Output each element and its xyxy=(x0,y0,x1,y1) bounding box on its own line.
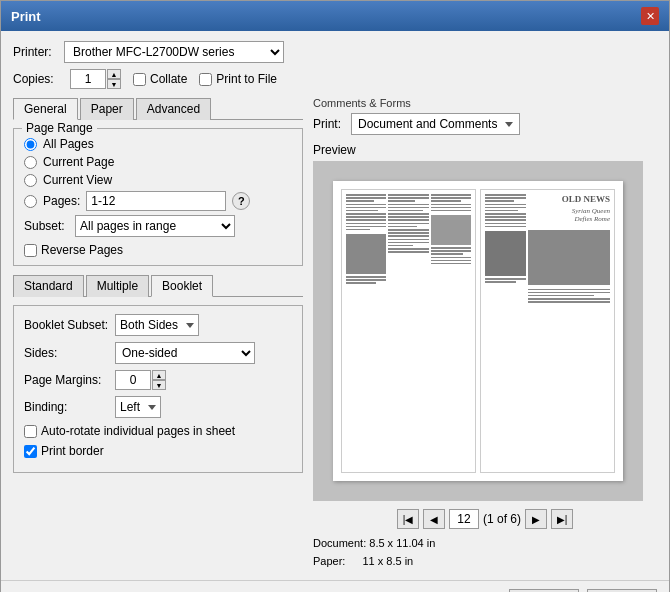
preview-img-3 xyxy=(485,231,526,276)
nav-row: |◀ ◀ 12 (1 of 6) ▶ ▶| xyxy=(313,509,657,529)
nav-first-button[interactable]: |◀ xyxy=(397,509,419,529)
reverse-pages-label: Reverse Pages xyxy=(41,243,123,257)
printer-label: Printer: xyxy=(13,45,58,59)
margins-up-button[interactable]: ▲ xyxy=(152,370,166,380)
print-to-file-label[interactable]: Print to File xyxy=(199,72,277,86)
booklet-binding-dropdown[interactable]: Left xyxy=(115,396,161,418)
print-border-label[interactable]: Print border xyxy=(24,444,104,458)
comments-dropdown[interactable]: Document and Comments xyxy=(351,113,520,135)
copies-spinner: 1 ▲ ▼ xyxy=(70,69,121,89)
reverse-row: Reverse Pages xyxy=(24,243,292,257)
tab-standard[interactable]: Standard xyxy=(13,275,84,297)
copies-input[interactable]: 1 xyxy=(70,69,106,89)
current-page-radio[interactable] xyxy=(24,156,37,169)
nav-prev-button[interactable]: ◀ xyxy=(423,509,445,529)
page-range-group: Page Range All Pages Current Page Curren… xyxy=(13,128,303,266)
comments-row: Print: Document and Comments xyxy=(313,113,657,135)
booklet-subset-dropdown[interactable]: Both Sides xyxy=(115,314,199,336)
all-pages-row: All Pages xyxy=(24,137,292,151)
preview-col-2 xyxy=(388,194,428,468)
comments-forms-title: Comments & Forms xyxy=(313,97,657,109)
doc-info-paper: Paper: 11 x 8.5 in xyxy=(313,553,657,571)
dialog-footer: Print Cancel xyxy=(1,580,669,592)
booklet-binding-value: Left xyxy=(120,400,140,414)
current-view-radio[interactable] xyxy=(24,174,37,187)
auto-rotate-row: Auto-rotate individual pages in sheet xyxy=(24,424,292,438)
tab-paper[interactable]: Paper xyxy=(80,98,134,120)
booklet-margins-input[interactable]: 0 xyxy=(115,370,151,390)
current-page-label: Current Page xyxy=(43,155,114,169)
booklet-subset-label: Booklet Subset: xyxy=(24,318,109,332)
preview-col-1 xyxy=(346,194,386,468)
tab-booklet[interactable]: Booklet xyxy=(151,275,213,297)
collate-checkbox-label[interactable]: Collate xyxy=(133,72,187,86)
preview-col-5: OLD NEWS Syrian Queen Defies Rome xyxy=(528,194,610,468)
all-pages-radio[interactable] xyxy=(24,138,37,151)
copies-label: Copies: xyxy=(13,72,58,86)
subset-row: Subset: All pages in range xyxy=(24,215,292,237)
preview-page-right: OLD NEWS Syrian Queen Defies Rome xyxy=(480,189,615,473)
dialog-title: Print xyxy=(11,9,41,24)
copies-up-button[interactable]: ▲ xyxy=(107,69,121,79)
copies-row: Copies: 1 ▲ ▼ Collate Print to File xyxy=(13,69,657,89)
collate-checkbox[interactable] xyxy=(133,73,146,86)
subset-select[interactable]: All pages in range xyxy=(75,215,235,237)
booklet-tab-group: Standard Multiple Booklet xyxy=(13,274,303,297)
current-view-row: Current View xyxy=(24,173,292,187)
subset-label: Subset: xyxy=(24,219,69,233)
left-panel: General Paper Advanced Page Range All Pa… xyxy=(13,97,303,570)
page-of: (1 of 6) xyxy=(483,512,521,526)
tab-multiple[interactable]: Multiple xyxy=(86,275,149,297)
preview-col-4 xyxy=(485,194,526,468)
preview-img-2 xyxy=(431,215,471,245)
booklet-subset-arrow xyxy=(186,323,194,328)
page-range-title: Page Range xyxy=(22,121,97,135)
preview-subheadline1: Syrian Queen xyxy=(528,207,610,215)
preview-img-4 xyxy=(528,230,610,285)
main-tab-group: General Paper Advanced xyxy=(13,97,303,120)
preview-headline: OLD NEWS xyxy=(528,194,610,205)
main-content: General Paper Advanced Page Range All Pa… xyxy=(13,97,657,570)
dialog-body: Printer: Brother MFC-L2700DW series Copi… xyxy=(1,31,669,580)
page-input[interactable]: 12 xyxy=(449,509,479,529)
current-page-row: Current Page xyxy=(24,155,292,169)
printer-select[interactable]: Brother MFC-L2700DW series xyxy=(64,41,284,63)
auto-rotate-checkbox[interactable] xyxy=(24,425,37,438)
pages-row: Pages: 1-12 ? xyxy=(24,191,292,211)
booklet-subset-row: Booklet Subset: Both Sides xyxy=(24,314,292,336)
tab-advanced[interactable]: Advanced xyxy=(136,98,211,120)
preview-pages: OLD NEWS Syrian Queen Defies Rome xyxy=(333,181,623,481)
nav-next-button[interactable]: ▶ xyxy=(525,509,547,529)
pages-input[interactable]: 1-12 xyxy=(86,191,226,211)
print-to-file-checkbox[interactable] xyxy=(199,73,212,86)
pages-help-button[interactable]: ? xyxy=(232,192,250,210)
pages-radio[interactable] xyxy=(24,195,37,208)
preview-label: Preview xyxy=(313,143,657,157)
preview-left-content xyxy=(346,194,471,468)
reverse-pages-checkbox[interactable] xyxy=(24,244,37,257)
preview-right-content: OLD NEWS Syrian Queen Defies Rome xyxy=(485,194,610,468)
booklet-sides-select[interactable]: One-sided xyxy=(115,342,255,364)
print-to-file-text: Print to File xyxy=(216,72,277,86)
tab-general[interactable]: General xyxy=(13,98,78,120)
all-pages-label: All Pages xyxy=(43,137,94,151)
right-panel: Comments & Forms Print: Document and Com… xyxy=(313,97,657,570)
booklet-margins-spinner: 0 ▲ ▼ xyxy=(115,370,166,390)
margins-down-button[interactable]: ▼ xyxy=(152,380,166,390)
printer-row: Printer: Brother MFC-L2700DW series xyxy=(13,41,657,63)
auto-rotate-label[interactable]: Auto-rotate individual pages in sheet xyxy=(24,424,235,438)
copies-down-button[interactable]: ▼ xyxy=(107,79,121,89)
title-bar: Print ✕ xyxy=(1,1,669,31)
close-button[interactable]: ✕ xyxy=(641,7,659,25)
preview-page-left xyxy=(341,189,476,473)
booklet-margins-label: Page Margins: xyxy=(24,373,109,387)
preview-col-3 xyxy=(431,194,471,468)
auto-rotate-text: Auto-rotate individual pages in sheet xyxy=(41,424,235,438)
collate-label: Collate xyxy=(150,72,187,86)
print-dialog: Print ✕ Printer: Brother MFC-L2700DW ser… xyxy=(0,0,670,592)
nav-last-button[interactable]: ▶| xyxy=(551,509,573,529)
print-border-checkbox[interactable] xyxy=(24,445,37,458)
booklet-subset-value: Both Sides xyxy=(120,318,178,332)
booklet-binding-label: Binding: xyxy=(24,400,109,414)
print-border-text: Print border xyxy=(41,444,104,458)
